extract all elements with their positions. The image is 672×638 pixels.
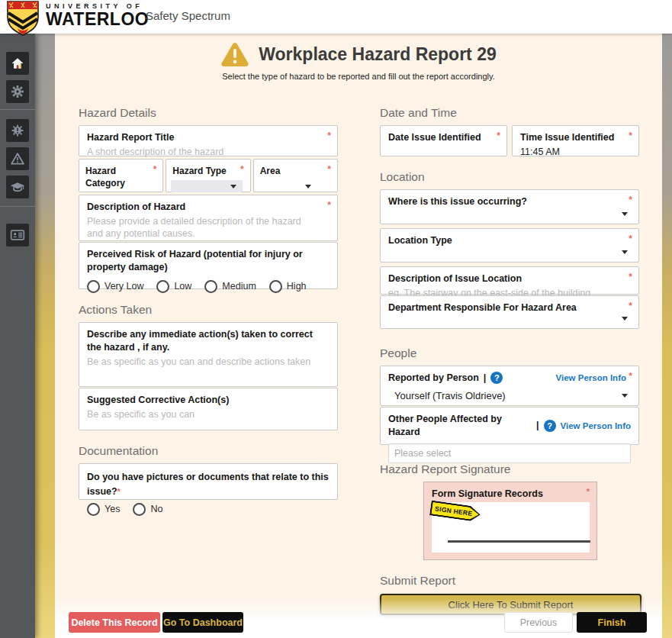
time-issue-field[interactable]: Time Issue Identified 11:45 AM xyxy=(512,125,639,156)
field-label: Do you have pictures or documents that r… xyxy=(87,472,329,497)
graduation-cap-icon xyxy=(10,179,25,195)
right-form-column: Date and Time Date Issue Identified Time… xyxy=(380,106,639,615)
chevron-down-icon xyxy=(622,250,628,254)
id-card-icon xyxy=(10,227,25,243)
field-label: Description of Issue Location xyxy=(388,272,631,285)
section-signature: Hazard Report Signature xyxy=(380,462,639,476)
field-label: Hazard Report Title xyxy=(87,131,330,144)
section-hazard-details: Hazard Details xyxy=(79,106,338,120)
chevron-down-icon xyxy=(305,185,311,188)
nav-biohazard-button[interactable] xyxy=(6,119,29,142)
section-people: People xyxy=(380,346,639,360)
radio-circle-icon xyxy=(156,280,169,293)
area-select[interactable]: Area xyxy=(253,159,338,192)
field-label: Where is this issue occurring? xyxy=(388,195,631,208)
field-label: Suggested Corrective Action(s) xyxy=(87,394,330,407)
issue-location-description-field[interactable]: Description of Issue Location eg. The st… xyxy=(380,266,639,295)
field-label: Location Type xyxy=(388,234,631,247)
page-subtitle: Select the type of hazard to be reported… xyxy=(55,72,662,81)
time-value: 11:45 AM xyxy=(520,147,631,157)
section-documentation: Documentation xyxy=(79,444,338,458)
signature-pad[interactable]: SIGN HERE xyxy=(432,502,590,553)
immediate-actions-field[interactable]: Describe any immediate action(s) taken t… xyxy=(79,322,338,387)
risk-radio-very-low[interactable]: Very Low xyxy=(87,280,143,293)
department-responsible-select[interactable]: Department Responsible For Hazard Area xyxy=(380,295,639,329)
field-label: Perceived Risk of Hazard (potential for … xyxy=(87,248,330,274)
hazard-report-title-field[interactable]: Hazard Report Title A short description … xyxy=(79,125,338,156)
field-placeholder: A short description of the hazard xyxy=(87,146,330,158)
field-label: Describe any immediate action(s) taken t… xyxy=(87,328,330,354)
nav-id-card-button[interactable] xyxy=(6,224,29,246)
field-label: Reported by Person xyxy=(388,372,479,385)
app-header: UNIVERSITY OF WATERLOO Safety Spectrum xyxy=(0,0,672,34)
signature-label: Form Signature Records xyxy=(432,488,589,501)
field-label: Description of Hazard xyxy=(87,201,330,214)
nav-hazard-reports-button[interactable] xyxy=(6,147,29,170)
nav-training-button[interactable] xyxy=(6,176,29,198)
help-icon[interactable] xyxy=(544,420,556,432)
reported-by-select[interactable]: Yourself (Travis Oldrieve) xyxy=(388,390,631,401)
help-icon[interactable] xyxy=(490,372,503,384)
radio-label: Very Low xyxy=(104,281,143,292)
left-nav-sidebar xyxy=(0,34,35,638)
chevron-down-icon xyxy=(230,185,236,188)
separator: | xyxy=(484,372,487,385)
radio-label: Yes xyxy=(104,504,120,514)
sidebar-divider xyxy=(0,206,35,207)
sidebar-divider xyxy=(0,109,35,110)
radio-circle-icon xyxy=(269,280,282,293)
radio-label: No xyxy=(150,504,162,514)
home-icon xyxy=(10,56,25,71)
field-label: Hazard Type xyxy=(172,165,243,177)
gear-icon xyxy=(10,84,25,99)
warning-triangle-icon xyxy=(10,151,25,166)
signature-line xyxy=(448,540,590,543)
hazard-warning-icon xyxy=(220,41,249,67)
sign-here-tag: SIGN HERE xyxy=(429,501,481,523)
risk-radio-medium[interactable]: Medium xyxy=(204,280,256,293)
nav-home-button[interactable] xyxy=(6,52,29,75)
virus-hazard-icon xyxy=(10,123,25,138)
go-to-dashboard-button[interactable]: Go To Dashboard xyxy=(162,612,243,633)
corrective-actions-field[interactable]: Suggested Corrective Action(s) Be as spe… xyxy=(79,388,338,430)
chevron-down-icon xyxy=(622,394,628,398)
section-location: Location xyxy=(380,170,639,184)
required-asterisk: * xyxy=(587,487,590,496)
finish-button[interactable]: Finish xyxy=(577,612,647,633)
risk-radio-low[interactable]: Low xyxy=(156,280,191,293)
perceived-risk-group: Perceived Risk of Hazard (potential for … xyxy=(79,242,338,289)
radio-label: Medium xyxy=(222,281,256,292)
hazard-type-select[interactable]: Hazard Type xyxy=(166,159,250,192)
form-footer: Delete This Record Go To Dashboard Previ… xyxy=(55,598,662,638)
university-wordmark: UNIVERSITY OF WATERLOO xyxy=(46,3,149,28)
field-label: Hazard Category xyxy=(85,165,156,189)
location-type-select[interactable]: Location Type xyxy=(380,228,639,263)
pictures-radio-yes[interactable]: Yes xyxy=(87,503,120,516)
delete-record-button[interactable]: Delete This Record xyxy=(69,612,160,633)
view-person-info-link[interactable]: View Person Info xyxy=(561,421,631,430)
separator: | xyxy=(536,419,539,432)
field-label: Date Issue Identified xyxy=(388,131,499,144)
radio-circle-icon xyxy=(133,503,146,516)
reported-by-person-field: Reported by Person | View Person Info Yo… xyxy=(380,366,639,406)
where-occurring-select[interactable]: Where is this issue occurring? xyxy=(380,189,639,224)
reported-by-value: Yourself (Travis Oldrieve) xyxy=(394,390,506,401)
radio-label: High xyxy=(287,281,307,292)
radio-circle-icon xyxy=(204,280,217,293)
pictures-radio-no[interactable]: No xyxy=(133,503,162,516)
risk-radio-high[interactable]: High xyxy=(269,280,307,293)
view-person-info-link[interactable]: View Person Info xyxy=(556,373,626,382)
waterloo-shield-logo xyxy=(6,1,40,36)
nav-settings-button[interactable] xyxy=(6,80,29,103)
other-people-field: Other People Affected by Hazard | View P… xyxy=(380,407,639,445)
field-label: Time Issue Identified xyxy=(520,131,631,144)
field-label: Department Responsible For Hazard Area xyxy=(388,301,631,314)
date-issue-field[interactable]: Date Issue Identified xyxy=(380,125,507,156)
hazard-category-select[interactable]: Hazard Category xyxy=(79,159,163,192)
other-people-select-input[interactable]: Please select xyxy=(388,443,631,463)
field-label: Area xyxy=(260,165,331,177)
report-form-panel: Workplace Hazard Report 29 Select the ty… xyxy=(55,34,662,638)
chevron-down-icon xyxy=(622,317,628,321)
previous-button[interactable]: Previous xyxy=(504,612,573,633)
hazard-description-field[interactable]: Description of Hazard Please provide a d… xyxy=(79,195,338,241)
